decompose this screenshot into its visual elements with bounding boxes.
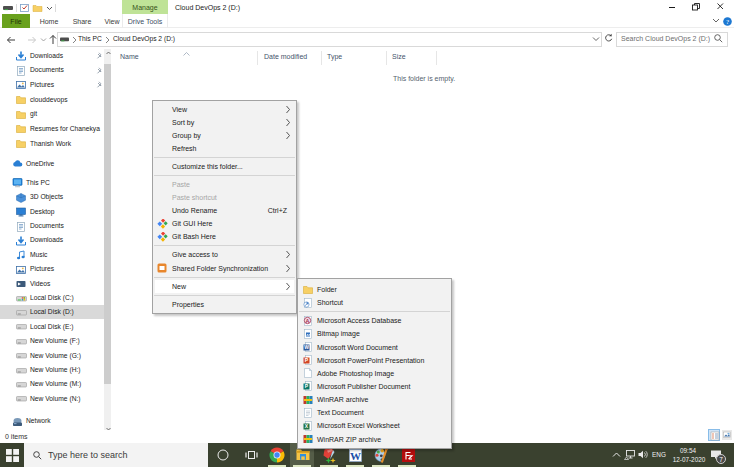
svg-text:A: A — [306, 317, 310, 323]
svg-text:?: ? — [726, 18, 729, 26]
svg-text:W: W — [350, 449, 361, 461]
svg-text:W: W — [304, 344, 309, 350]
